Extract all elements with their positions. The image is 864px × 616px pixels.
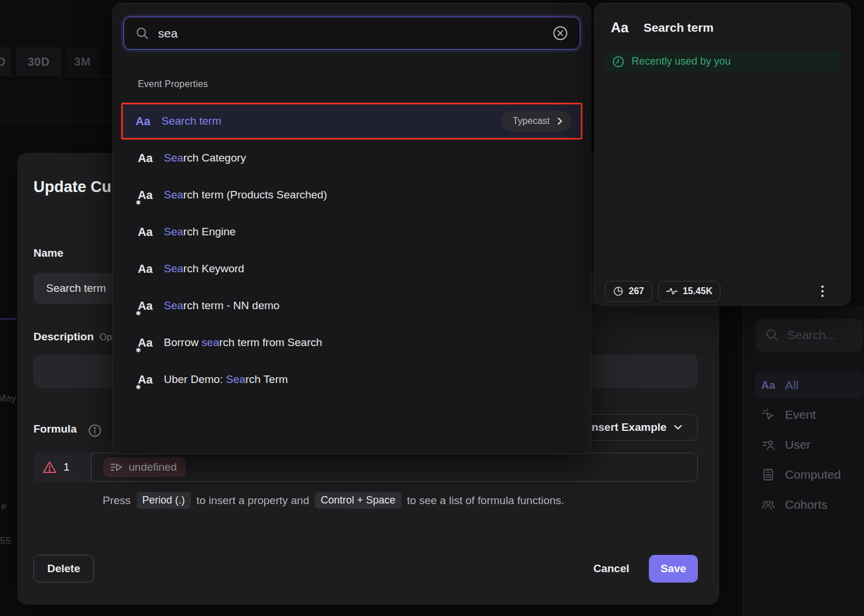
recently-used-badge: Recently used by you	[605, 51, 842, 72]
result-search-term-selected[interactable]: Aa Search term Typecast	[123, 104, 581, 138]
formula-instruction: Press Period (.) to insert a property an…	[103, 492, 564, 509]
activity-icon	[666, 287, 678, 295]
divider	[0, 76, 112, 76]
unique-values-pill[interactable]: 267	[605, 281, 652, 302]
section-label: Event Properties	[138, 79, 208, 89]
sidebar-item-event[interactable]: Event	[755, 401, 863, 428]
annotation-highlight-box: Aa Search term Typecast	[121, 103, 583, 140]
kbd-control-space: Control + Space	[315, 492, 401, 509]
sidebar-item-user[interactable]: User	[755, 431, 863, 458]
result-row[interactable]: Aa✱ Uber Demo: Search Term	[113, 361, 591, 398]
formula-token[interactable]: undefined	[103, 457, 186, 477]
info-icon[interactable]	[88, 423, 102, 438]
cohorts-icon	[761, 499, 776, 510]
property-filter-sidebar: Search... Aa All Event User Computed	[743, 306, 864, 616]
typecast-button[interactable]: Typecast	[501, 111, 572, 132]
sidebar-item-all[interactable]: Aa All	[755, 372, 863, 399]
sidebar-item-label: All	[785, 378, 798, 392]
sidebar-item-label: Event	[785, 408, 816, 422]
property-detail-panel: Aa Search term Recently used by you 267 …	[594, 3, 851, 306]
text-property-icon: Aa	[138, 152, 155, 165]
property-stats: 267 15.45K	[605, 281, 840, 302]
insert-example-button[interactable]: Insert Example	[573, 414, 698, 441]
result-label: Search Category	[164, 152, 246, 164]
divider	[0, 121, 112, 122]
delete-button[interactable]: Delete	[33, 555, 94, 583]
property-search-dropdown: Event Properties Aa Search term Typecast…	[112, 3, 591, 455]
stat-value: 15.45K	[683, 286, 713, 296]
axis-label-fragment: May	[0, 393, 16, 404]
result-label: Search Engine	[164, 226, 236, 238]
formula-error-count: 1	[33, 453, 91, 482]
token-label: undefined	[129, 461, 176, 474]
event-property-token-icon	[110, 463, 123, 472]
result-row[interactable]: Aa Search Keyword	[113, 250, 591, 287]
modal-footer: Delete Cancel Save	[33, 555, 698, 583]
sidebar-search-input[interactable]: Search...	[756, 318, 863, 352]
result-row[interactable]: Aa✱ Search term (Products Searched)	[113, 176, 591, 213]
badge-label: Recently used by you	[632, 55, 731, 67]
result-label: Search Keyword	[164, 262, 244, 275]
chart-line-fragment	[0, 318, 16, 320]
result-label: Search term - NN demo	[164, 299, 280, 312]
custom-text-property-icon: Aa✱	[138, 189, 155, 202]
result-label: Search term (Products Searched)	[164, 189, 327, 201]
modal-title: Update Cu	[33, 178, 111, 196]
custom-text-property-icon: Aa✱	[138, 299, 155, 313]
property-title: Search term	[644, 21, 713, 35]
result-label: Uber Demo: Search Term	[164, 373, 288, 386]
time-range-segments: D 30D 3M	[0, 47, 99, 76]
legend-fragment: e	[1, 501, 6, 512]
custom-text-property-icon: Aa✱	[138, 336, 155, 350]
app-screen: D 30D 3M May e 55 Search... Aa All Event	[0, 0, 864, 616]
sidebar-item-label: Computed	[785, 468, 841, 482]
detail-header: Aa Search term	[611, 20, 713, 36]
calculator-icon	[761, 468, 776, 481]
insert-example-label: Insert Example	[588, 421, 666, 434]
chevron-down-icon	[674, 425, 682, 430]
result-row[interactable]: Aa Search Engine	[113, 213, 591, 250]
search-icon	[136, 27, 149, 40]
property-search-input[interactable]	[158, 27, 543, 40]
more-options-icon[interactable]	[821, 286, 824, 297]
event-cursor-icon	[761, 408, 776, 421]
time-range-partial[interactable]: D	[0, 47, 11, 76]
results-list: Aa Search term Typecast Aa Search Catego…	[113, 103, 591, 398]
text-property-icon: Aa	[611, 20, 629, 36]
pie-chart-icon	[613, 286, 623, 296]
clock-icon	[612, 55, 625, 68]
sidebar-item-cohorts[interactable]: Cohorts	[755, 491, 863, 518]
time-range-30d[interactable]: 30D	[16, 47, 62, 76]
name-label: Name	[33, 247, 63, 260]
sidebar-item-label: Cohorts	[785, 498, 828, 512]
time-range-3m[interactable]: 3M	[66, 47, 99, 76]
kbd-period: Period (.)	[137, 492, 191, 509]
formula-label: Formula	[33, 423, 77, 435]
event-count-pill[interactable]: 15.45K	[658, 281, 721, 302]
property-search-box[interactable]	[123, 17, 580, 50]
result-label: Borrow search term from Search	[164, 336, 322, 349]
text-property-icon: Aa	[136, 115, 153, 128]
save-button[interactable]: Save	[649, 555, 698, 583]
cancel-button[interactable]: Cancel	[593, 562, 629, 575]
result-row[interactable]: Aa Search Category	[113, 140, 591, 176]
result-label: Search term	[161, 115, 221, 127]
sidebar-search-placeholder: Search...	[787, 328, 836, 342]
warning-icon	[43, 461, 57, 474]
user-list-icon	[761, 438, 776, 451]
custom-text-property-icon: Aa✱	[138, 373, 155, 386]
typecast-label: Typecast	[513, 116, 550, 126]
search-icon	[765, 328, 779, 342]
sidebar-item-label: User	[785, 438, 810, 452]
sidebar-item-computed[interactable]: Computed	[755, 461, 863, 488]
clear-search-icon[interactable]	[553, 25, 568, 41]
text-property-icon: Aa	[138, 262, 155, 276]
stat-value: 267	[629, 286, 644, 296]
result-row[interactable]: Aa✱ Borrow search term from Search	[113, 324, 591, 361]
result-row[interactable]: Aa✱ Search term - NN demo	[113, 287, 591, 324]
error-count: 1	[63, 461, 70, 474]
text-property-icon: Aa	[138, 226, 155, 239]
axis-tick-fragment: 55	[0, 535, 11, 547]
chevron-right-icon	[557, 117, 564, 125]
formula-input[interactable]: undefined	[91, 453, 698, 482]
